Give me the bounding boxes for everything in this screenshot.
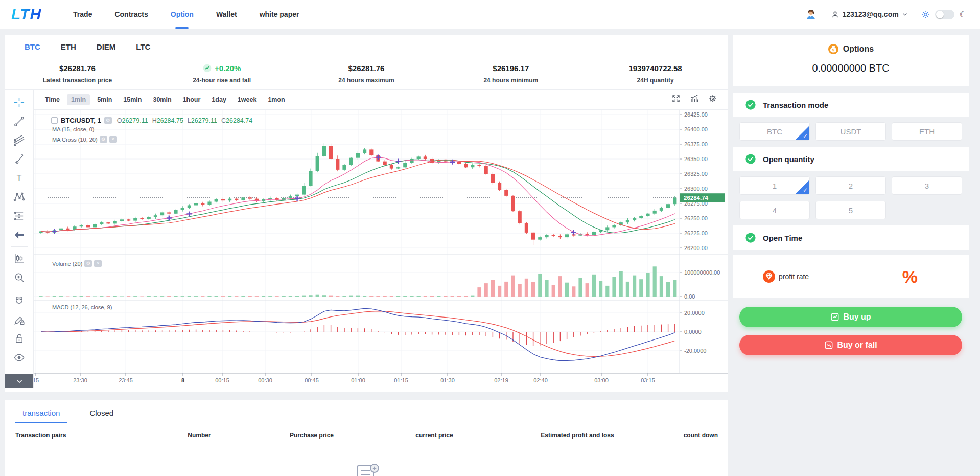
tool-long-position[interactable] [5,207,33,225]
nav-item-wallet[interactable]: Wallet [216,0,237,29]
market-tab-ltc[interactable]: LTC [136,42,150,51]
account-menu[interactable]: 123123@qq.com [831,10,908,19]
top-navigation: LTH TradeContractsOptionWalletwhite pape… [0,0,980,29]
pitchfork-icon [13,134,25,146]
svg-text:02:19: 02:19 [494,377,508,383]
interval-time[interactable]: Time [41,94,64,105]
nav-item-trade[interactable]: Trade [73,0,92,29]
macross-close-icon[interactable]: × [109,136,117,143]
logo[interactable]: LTH [11,6,41,23]
svg-text:15: 15 [34,377,39,383]
buy-fall-button[interactable]: Buy or fall [739,335,962,355]
theme-toggle[interactable] [935,10,954,19]
quantity-option-5[interactable]: 5 [815,201,886,219]
chart-panel: BTCETHDIEMLTC $26281.76Latest transactio… [5,35,728,392]
buy-fall-label: Buy or fall [837,341,877,350]
candlestick-chart[interactable]: 26425.0026400.0026375.0026350.0026325.00… [34,110,728,388]
fullscreen-icon[interactable] [671,94,681,105]
quantity-option-1[interactable]: 1 [739,176,810,195]
svg-text:23:45: 23:45 [119,377,133,383]
toolbar-collapse-button[interactable] [5,374,33,388]
nav-item-contracts[interactable]: Contracts [114,0,148,29]
sidebar-title: Options [843,44,874,54]
lock-icon [13,333,25,345]
mode-option-usdt[interactable]: USDT [815,122,886,141]
legend-collapse-icon[interactable]: – [51,117,58,124]
macross-settings-icon[interactable]: ⚙ [100,136,107,143]
svg-text:26325.00: 26325.00 [684,171,708,177]
interval-1mon[interactable]: 1mon [264,94,289,105]
legend-settings-icon[interactable]: ⚙ [104,117,112,124]
tool-brush[interactable] [5,150,33,169]
volume-settings-icon[interactable]: ⚙ [84,260,92,267]
svg-text:0.0000: 0.0000 [684,329,702,335]
section-open-time-label: Open Time [763,234,802,242]
svg-text:20.0000: 20.0000 [684,310,705,316]
ohlc-values: O26279.11H26284.75L26279.11C26284.74 [117,117,252,124]
stat-3: $26196.1724 hours minimum [438,64,583,84]
volume-close-icon[interactable]: × [94,260,102,267]
mode-option-btc[interactable]: BTC [739,122,810,141]
tool-eye[interactable] [5,348,33,367]
quantity-option-4[interactable]: 4 [739,201,810,219]
svg-text:23:30: 23:30 [73,377,87,383]
tool-zoom-in[interactable] [5,268,33,287]
xabcd-pattern-icon [13,191,25,203]
tool-trend-line[interactable] [5,112,33,131]
svg-text:0.00: 0.00 [684,293,695,300]
interval-5min[interactable]: 5min [93,94,116,105]
svg-text:03:00: 03:00 [594,377,609,383]
sun-icon [921,10,930,19]
interval-1hour[interactable]: 1hour [179,94,205,105]
tool-pitchfork[interactable] [5,131,33,150]
crosshair-icon [13,97,25,108]
toolbar-separator [11,289,28,289]
account-balance: 0.00000000 BTC [733,62,969,74]
mode-option-eth[interactable]: ETH [892,122,962,141]
buy-up-button[interactable]: Buy up [739,307,962,327]
tool-drawing-lock[interactable] [5,310,33,329]
svg-text:26225.00: 26225.00 [684,230,708,236]
ohlc-c: C26284.74 [221,117,252,124]
indicator-ma-label: MA (15, close, 0) [52,126,95,132]
market-tab-eth[interactable]: ETH [61,42,76,51]
stat-label: 24 hours minimum [438,77,583,84]
interval-1week[interactable]: 1week [234,94,261,105]
price-chart[interactable]: 26425.0026400.0026375.0026350.0026325.00… [34,110,728,388]
interval-30min[interactable]: 30min [149,94,175,105]
nav-right: 123123@qq.com ☾ [804,8,980,21]
buy-up-label: Buy up [843,312,871,322]
tool-arrow-back[interactable] [5,225,33,244]
interval-1min[interactable]: 1min [67,94,90,105]
svg-text:26250.00: 26250.00 [684,215,708,221]
toggle-knob [936,11,944,18]
tool-text[interactable]: T [5,169,33,188]
orders-tab-closed[interactable]: Closed [82,406,121,423]
trend-up-icon [830,312,839,322]
orders-tab-transaction[interactable]: transaction [15,406,67,423]
magnet-icon [13,295,25,307]
interval-1day[interactable]: 1day [207,94,230,105]
order-tabs: transactionClosed [5,406,728,423]
indicators-icon[interactable] [690,94,699,105]
gear-icon[interactable] [708,94,717,105]
section-transaction-mode-label: Transaction mode [763,101,828,109]
tool-lock[interactable] [5,329,33,348]
quantity-option-2[interactable]: 2 [815,176,886,195]
nav-item-option[interactable]: Option [171,0,194,29]
svg-text:8: 8 [181,377,184,383]
nav-item-white-paper[interactable]: white paper [260,0,299,29]
orders-col-3: current price [373,432,496,439]
support-avatar-icon[interactable] [804,8,818,21]
section-open-time: Open Time [733,225,969,250]
tool-candles-style[interactable] [5,249,33,268]
tool-xabcd-pattern[interactable] [5,188,33,207]
quantity-options-row1: 123 [733,176,969,195]
interval-15min[interactable]: 15min [119,94,146,105]
eye-icon [13,352,25,364]
tool-crosshair[interactable] [5,93,33,112]
quantity-option-3[interactable]: 3 [892,176,962,195]
market-tab-diem[interactable]: DIEM [97,42,116,51]
tool-magnet[interactable] [5,291,33,310]
market-tab-btc[interactable]: BTC [25,42,40,51]
